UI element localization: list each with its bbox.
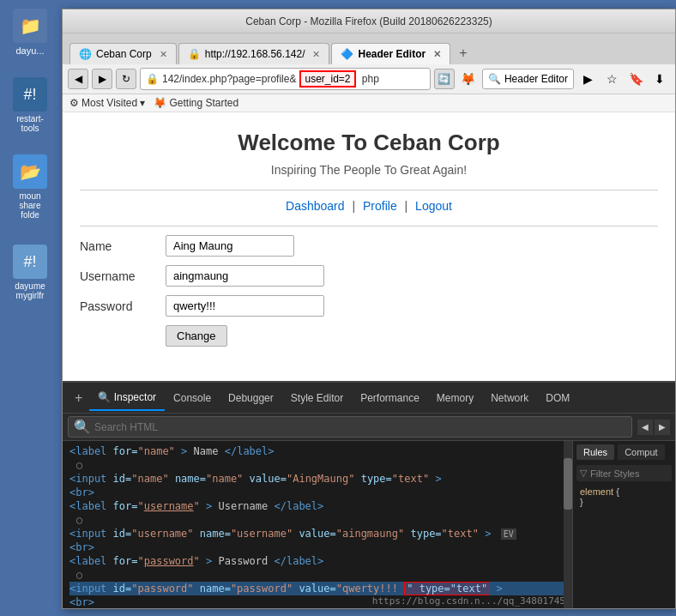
devtools-nav-arrows: ◀ ▶ (637, 420, 670, 435)
html-line-5: <input id="username" name="username" val… (69, 527, 565, 541)
html-line-6: <br> (69, 541, 565, 554)
html-line-8-selected: <input id="password" name="password" val… (69, 582, 565, 595)
tab-favicon-ip: 🔒 (188, 48, 201, 60)
page-divider-1 (80, 190, 658, 190)
html-line-3: <br> (69, 486, 565, 499)
inspector-icon: 🔍 (98, 391, 111, 403)
search-icon-he: 🔍 (488, 73, 501, 85)
devtools-prev-button[interactable]: ◀ (637, 420, 653, 435)
page-main: Welcome To Ceban Corp Inspiring The Peop… (63, 112, 675, 381)
page-subtitle: Inspiring The People To Great Again! (80, 163, 658, 177)
download-icon[interactable]: ⬇ (649, 69, 670, 89)
password-label: Password (80, 299, 166, 313)
tab-ip[interactable]: 🔒 http://192.168.56.142/ ✕ (178, 43, 330, 64)
html-line-4: <label for="username" > Username </label… (69, 499, 565, 513)
tab-favicon-he: 🔷 (341, 48, 353, 60)
search-icon-devtools: 🔍 (74, 419, 91, 435)
nav-dashboard[interactable]: Dashboard (286, 199, 345, 213)
desktop-icon-restart[interactable]: #! restart-tools (4, 77, 56, 133)
bookmark-favicon-gs: 🦊 (154, 97, 166, 109)
refresh-button[interactable]: ↻ (116, 69, 136, 89)
header-editor-search[interactable]: 🔍 Header Editor (482, 69, 574, 89)
bookmark-star[interactable]: ☆ (601, 69, 622, 89)
element-rule: element { } (576, 485, 672, 509)
tab-close-ceban[interactable]: ✕ (160, 49, 167, 60)
change-button[interactable]: Change (166, 325, 227, 347)
devtools-tab-style-editor[interactable]: Style Editor (282, 386, 352, 410)
bookmark-add[interactable]: 🔖 (625, 69, 646, 89)
html-line-circle2: ○ (69, 513, 565, 527)
rules-tab-computed[interactable]: Comput (618, 444, 665, 460)
scrollbar-thumb[interactable] (564, 458, 572, 510)
tab-header-editor[interactable]: 🔷 Header Editor ✕ (331, 43, 450, 64)
rules-tab-rules[interactable]: Rules (576, 444, 614, 460)
devtools-tabs: + 🔍 Inspector Console Debugger Style Edi… (63, 383, 675, 414)
tab-ceban-corp[interactable]: 🌐 Ceban Corp ✕ (69, 43, 177, 64)
devtools-tab-dom[interactable]: DOM (537, 386, 578, 410)
rules-panel: Rules Comput ▽ Filter Styles element { } (572, 441, 675, 608)
page-nav: Dashboard | Profile | Logout (80, 199, 658, 213)
devtools-next-button[interactable]: ▶ (655, 420, 670, 435)
username-input[interactable] (166, 265, 324, 287)
bookmark-getting-started[interactable]: 🦊 Getting Started (154, 97, 238, 109)
username-label: Username (80, 269, 166, 283)
html-line-circle1: ○ (69, 458, 565, 472)
name-label: Name (80, 239, 166, 253)
nav-icons: 🦊 🔍 Header Editor ▶ ☆ 🔖 ⬇ (458, 69, 670, 89)
devtools-tab-inspector[interactable]: 🔍 Inspector (89, 385, 165, 411)
html-panel: <label for="name" > Name </label> ○ <inp… (63, 441, 572, 608)
devtools-tab-debugger[interactable]: Debugger (220, 386, 282, 410)
html-line-7: <label for="password" > Password </label… (69, 554, 565, 568)
html-content: <label for="name" > Name </label> ○ <inp… (63, 441, 572, 608)
page-title: Welcome To Ceban Corp (80, 130, 658, 156)
form-row-name: Name (80, 235, 658, 257)
form-row-username: Username (80, 265, 658, 287)
tab-close-ip[interactable]: ✕ (312, 49, 320, 60)
scrollbar[interactable] (564, 441, 572, 608)
back-button[interactable]: ◀ (68, 69, 88, 89)
filter-styles: ▽ Filter Styles (576, 465, 672, 481)
address-suffix: php (359, 73, 379, 85)
nav-arrow-right[interactable]: ▶ (577, 69, 598, 89)
stop-button[interactable]: 🔄 (434, 69, 455, 89)
devtools-add-button[interactable]: + (68, 390, 89, 406)
html-line-circle3: ○ (69, 568, 565, 582)
name-input[interactable] (166, 235, 294, 257)
devtools-body: <label for="name" > Name </label> ○ <inp… (63, 441, 675, 608)
devtools-tab-performance[interactable]: Performance (352, 386, 428, 410)
forward-button[interactable]: ▶ (92, 69, 112, 89)
devtools-search-box[interactable]: 🔍 (68, 416, 632, 438)
rules-tabs: Rules Comput (576, 444, 672, 460)
devtools-toolbar: 🔍 ◀ ▶ (63, 414, 675, 441)
firefox-window: Ceban Corp - Mozilla Firefox (Build 2018… (62, 9, 676, 609)
page-divider-2 (80, 226, 658, 226)
devtools-panel: + 🔍 Inspector Console Debugger Style Edi… (63, 381, 675, 608)
watermark: https://blog.csdn.n.../qq_34801745 (372, 595, 565, 607)
devtools-tab-memory[interactable]: Memory (428, 386, 482, 410)
fx-icon: 🦊 (458, 69, 479, 89)
devtools-tab-console[interactable]: Console (165, 386, 220, 410)
tab-close-he[interactable]: ✕ (433, 49, 441, 60)
desktop: 📁 dayu... #! restart-tools 📂 mounsharefo… (0, 0, 676, 616)
password-input[interactable] (166, 295, 324, 317)
tab-favicon: 🌐 (79, 48, 92, 60)
html-line-1: <label for="name" > Name </label> (69, 444, 565, 458)
new-tab-button[interactable]: + (452, 42, 474, 64)
desktop-icon-dayume[interactable]: 📁 dayu... (4, 9, 56, 56)
address-highlight: user_id=2 (299, 70, 355, 88)
address-bar[interactable]: 🔒 142/index.php?page=profile& user_id=2 … (140, 68, 431, 90)
bookmark-favicon-mv: ⚙ (69, 97, 79, 109)
tab-bar: 🌐 Ceban Corp ✕ 🔒 http://192.168.56.142/ … (63, 33, 675, 64)
form-row-btn: Change (80, 325, 658, 347)
nav-logout[interactable]: Logout (415, 199, 452, 213)
address-prefix: 142/index.php?page=profile& (162, 73, 296, 85)
desktop-icon-dayume2[interactable]: #! dayumemygirlfr (4, 245, 56, 300)
devtools-tab-network[interactable]: Network (482, 386, 537, 410)
desktop-icon-mount[interactable]: 📂 mounsharefolde (4, 154, 56, 220)
bookmarks-bar: ⚙ Most Visited ▾ 🦊 Getting Started (63, 94, 675, 112)
bookmark-most-visited[interactable]: ⚙ Most Visited ▾ (69, 97, 145, 109)
nav-profile[interactable]: Profile (363, 199, 397, 213)
form-row-password: Password (80, 295, 658, 317)
title-bar: Ceban Corp - Mozilla Firefox (Build 2018… (63, 9, 675, 33)
devtools-search-input[interactable] (94, 421, 626, 433)
